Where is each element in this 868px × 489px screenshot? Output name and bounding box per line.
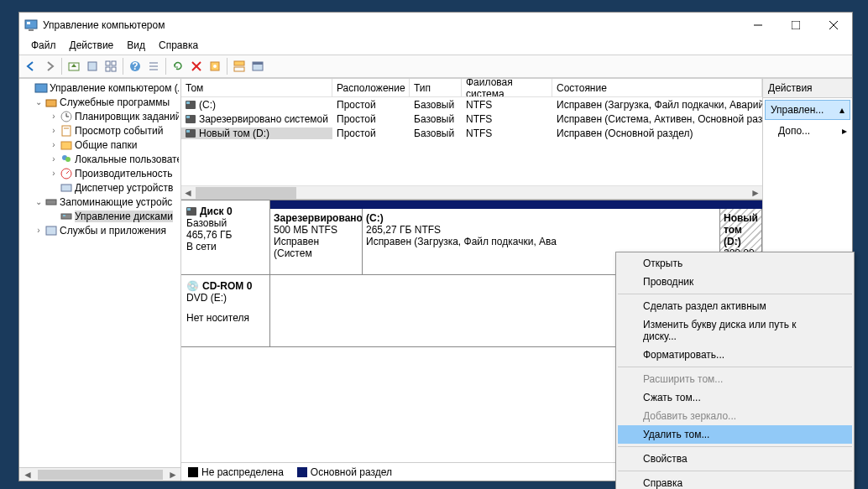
partition-header-bar: [270, 200, 762, 209]
svg-rect-40: [61, 214, 71, 219]
tree-root[interactable]: Управление компьютером (л: [19, 81, 180, 95]
tree-group-system-tools[interactable]: ⌄Служебные программы: [19, 95, 180, 109]
tree-device-manager[interactable]: Диспетчер устройств: [19, 180, 180, 195]
cdrom-icon: 💿: [186, 280, 199, 292]
back-button[interactable]: [23, 58, 39, 75]
cm-properties[interactable]: Свойства: [618, 450, 852, 468]
cm-help[interactable]: Справка: [618, 474, 852, 489]
properties-icon[interactable]: [84, 58, 101, 75]
actions-header: Действия: [763, 79, 852, 98]
cm-explorer[interactable]: Проводник: [618, 273, 852, 291]
svg-text:?: ?: [132, 60, 138, 72]
view-icon[interactable]: [249, 58, 266, 75]
menu-action[interactable]: Действие: [63, 38, 121, 55]
col-fs[interactable]: Файловая система: [462, 79, 552, 96]
settings-icon[interactable]: [207, 58, 223, 75]
disk-icon: [186, 207, 196, 216]
cm-make-active[interactable]: Сделать раздел активным: [618, 297, 852, 315]
cm-format[interactable]: Форматировать...: [618, 346, 852, 364]
legend-primary: Основной раздел: [311, 466, 392, 478]
maximize-button[interactable]: [776, 13, 814, 38]
svg-rect-1: [27, 22, 30, 24]
menubar: Файл Действие Вид Справка: [19, 38, 852, 55]
svg-rect-2: [29, 29, 34, 31]
refresh-icon[interactable]: [170, 58, 186, 75]
svg-rect-39: [46, 200, 56, 205]
cm-shrink[interactable]: Сжать том...: [618, 388, 852, 407]
tree-local-users[interactable]: ›Локальные пользовате: [19, 152, 180, 166]
context-menu: Открыть Проводник Сделать раздел активны…: [615, 252, 855, 489]
volume-icon: [186, 101, 196, 109]
up-button[interactable]: [65, 58, 82, 75]
table-row[interactable]: Новый том (D:) Простой Базовый NTFS Испр…: [181, 126, 762, 140]
svg-point-21: [213, 65, 217, 68]
svg-rect-9: [106, 61, 110, 65]
grid-icon[interactable]: [102, 58, 119, 75]
menu-file[interactable]: Файл: [24, 38, 63, 55]
tree-task-scheduler[interactable]: ›Планировщик заданий: [19, 109, 180, 123]
volume-list: Том Расположение Тип Файловая система Со…: [181, 79, 762, 200]
nav-tree[interactable]: Управление компьютером (л ⌄Служебные про…: [19, 79, 181, 481]
close-button[interactable]: [814, 13, 852, 38]
svg-rect-4: [792, 21, 800, 29]
col-status[interactable]: Состояние: [552, 79, 762, 96]
svg-rect-26: [35, 84, 47, 92]
volume-icon: [186, 115, 196, 123]
cm-change-letter[interactable]: Изменить букву диска или путь к диску...: [618, 315, 852, 346]
cm-separator: [618, 367, 852, 367]
forward-button[interactable]: [41, 58, 58, 75]
action-more[interactable]: Допо...▸: [763, 122, 852, 140]
minimize-button[interactable]: [739, 13, 776, 38]
tree-hscroll[interactable]: ◄ ►: [19, 467, 181, 481]
svg-rect-31: [62, 126, 71, 136]
cdrom-info[interactable]: 💿CD-ROM 0 DVD (E:) Нет носителя: [181, 275, 270, 346]
tree-performance[interactable]: ›Производительность: [19, 166, 180, 180]
volume-icon: [186, 129, 196, 138]
col-volume[interactable]: Том: [181, 79, 332, 96]
list-icon[interactable]: [145, 58, 162, 75]
svg-rect-8: [88, 62, 97, 70]
tree-shared-folders[interactable]: ›Общие папки: [19, 138, 180, 152]
app-icon: [24, 18, 38, 32]
svg-rect-38: [61, 185, 71, 191]
cm-separator: [618, 446, 852, 447]
delete-icon[interactable]: [188, 58, 205, 75]
svg-rect-11: [106, 67, 110, 71]
tree-group-storage[interactable]: ⌄Запоминающие устройс: [19, 195, 180, 209]
collapse-icon: ▴: [839, 104, 844, 116]
cm-open[interactable]: Открыть: [618, 254, 852, 273]
legend-unallocated: Не распределена: [201, 466, 284, 478]
toolbar: ?: [19, 55, 852, 78]
tree-event-viewer[interactable]: ›Просмотр событий: [19, 123, 180, 138]
legend-unallocated-swatch: [188, 467, 198, 477]
cm-separator: [618, 471, 852, 471]
svg-rect-22: [234, 61, 244, 65]
svg-rect-42: [46, 226, 56, 235]
table-row[interactable]: Зарезервировано системой Простой Базовый…: [181, 112, 762, 126]
volume-header[interactable]: Том Расположение Тип Файловая система Со…: [181, 79, 762, 97]
titlebar: Управление компьютером: [19, 13, 852, 38]
chevron-right-icon: ▸: [842, 125, 847, 137]
action-manage[interactable]: Управлен...▴: [765, 100, 850, 120]
col-layout[interactable]: Расположение: [332, 79, 410, 96]
volume-hscroll[interactable]: ◄►: [181, 185, 762, 199]
cm-separator: [618, 294, 852, 294]
partition-reserved[interactable]: Зарезервировано 500 МБ NTFS Исправен (Си…: [270, 209, 363, 274]
tree-disk-management[interactable]: Управление дисками: [19, 209, 180, 223]
table-row[interactable]: (C:) Простой Базовый NTFS Исправен (Загр…: [181, 97, 762, 112]
menu-view[interactable]: Вид: [120, 38, 152, 55]
tree-group-services[interactable]: ›Службы и приложения: [19, 223, 180, 237]
cm-extend: Расширить том...: [618, 370, 852, 388]
legend-primary-swatch: [297, 467, 307, 477]
layout-icon[interactable]: [231, 58, 248, 75]
svg-rect-27: [46, 100, 56, 107]
svg-rect-25: [253, 62, 263, 65]
help-icon[interactable]: ?: [127, 58, 144, 75]
svg-rect-10: [112, 61, 116, 65]
col-type[interactable]: Тип: [410, 79, 462, 96]
disk-info[interactable]: Диск 0 Базовый 465,76 ГБ В сети: [181, 200, 270, 274]
window-controls: [739, 13, 852, 38]
cm-delete-volume[interactable]: Удалить том...: [618, 425, 852, 444]
cm-mirror: Добавить зеркало...: [618, 407, 852, 425]
menu-help[interactable]: Справка: [152, 38, 205, 55]
